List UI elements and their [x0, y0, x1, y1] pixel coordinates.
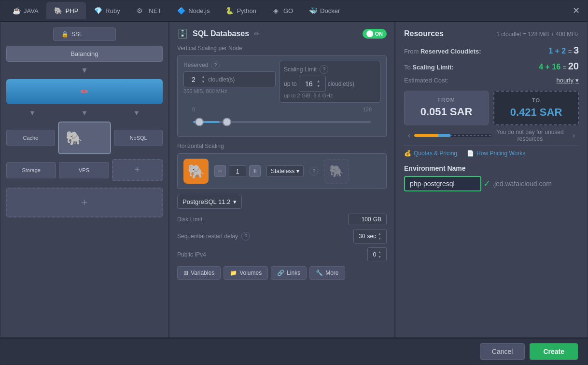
cancel-button[interactable]: Cancel	[480, 343, 525, 360]
postgres-node[interactable]: 🐘	[58, 122, 112, 154]
reserved-help-icon[interactable]: ?	[211, 61, 220, 69]
tab-ruby-label: Ruby	[105, 7, 120, 14]
ssl-button[interactable]: 🔒 SSL	[53, 27, 116, 41]
volumes-button[interactable]: 📁 Volumes	[224, 266, 268, 280]
scaling-limit-stepper[interactable]: ▲ ▼	[317, 79, 321, 88]
resources-subtitle: 1 cloudlet = 128 MiB + 400 MHz	[496, 31, 579, 38]
tab-php[interactable]: 🐘 PHP	[46, 2, 86, 19]
restart-delay-row: Sequential restart delay ? 30 sec ▲ ▼	[177, 229, 387, 243]
variables-label: Variables	[191, 270, 214, 276]
tab-nodejs[interactable]: 🔷 Node.js	[169, 2, 217, 19]
stateless-label: Stateless	[271, 168, 294, 175]
scaling-help-icon[interactable]: ?	[320, 65, 328, 74]
tab-docker[interactable]: 🐳 Docker	[301, 2, 348, 19]
reserved-value: 2	[189, 76, 198, 83]
create-button[interactable]: Create	[530, 343, 578, 360]
counter-plus[interactable]: +	[249, 165, 261, 177]
tab-python[interactable]: 🐍 Python	[217, 2, 264, 19]
env-name-input[interactable]	[404, 176, 481, 191]
tab-ruby[interactable]: 💎 Ruby	[86, 2, 127, 19]
stateless-select[interactable]: Stateless ▾	[266, 165, 304, 177]
blue-node[interactable]	[6, 79, 163, 104]
balancing-button[interactable]: Balancing	[6, 46, 163, 62]
how-pricing-icon: 📄	[467, 150, 474, 157]
tab-bar: ☕ JAVA 🐘 PHP 💎 Ruby ⚙ .NET 🔷 Node.js 🐍 P…	[0, 0, 588, 22]
restart-delay-stepper[interactable]: ▲ ▼	[378, 231, 381, 241]
stateless-help-icon[interactable]: ?	[309, 167, 318, 176]
how-pricing-link[interactable]: 📄 How Pricing Works	[467, 150, 525, 157]
net-icon: ⚙	[136, 6, 144, 15]
pg-version-label: PostgreSQL 11.2	[182, 198, 230, 205]
cost-period-select[interactable]: hourly ▾	[557, 77, 579, 84]
links-button[interactable]: 🔗 Links	[271, 266, 307, 280]
horizontal-scaling-box: 🐘 − 1 + Stateless ▾ ? 🐘	[177, 153, 387, 189]
reserved-stepper[interactable]: ▲ ▼	[201, 75, 205, 84]
tab-net[interactable]: ⚙ .NET	[128, 2, 169, 19]
public-ipv4-row: Public IPv4 0 ▲ ▼	[177, 247, 387, 262]
left-panel: 🔒 SSL Balancing ▼ ▼ ▼ ▼ Cache	[0, 22, 169, 338]
slider-max: 128	[363, 107, 372, 112]
env-name-label: Environment Name	[404, 164, 579, 172]
reserved-field: 2 ▲ ▼ cloudlet(s)	[183, 71, 276, 87]
tab-docker-label: Docker	[320, 7, 340, 14]
add-node-button[interactable]: +	[112, 159, 163, 181]
tab-java[interactable]: ☕ JAVA	[4, 2, 46, 19]
storage-button[interactable]: Storage	[6, 162, 56, 178]
nosql-button[interactable]: NoSQL	[114, 130, 163, 146]
pencil-icon	[81, 86, 89, 97]
balancing-label: Balancing	[70, 50, 98, 57]
go-icon: ◈	[272, 6, 280, 15]
reserved-unit: cloudlet(s)	[208, 76, 235, 83]
env-name-section: Environment Name ✓ .jed.wafaicloud.com	[404, 164, 579, 191]
counter-box: − 1 +	[214, 165, 261, 177]
counter-value: 1	[229, 165, 246, 177]
cost-boxes: FROM 0.051 SAR TO 0.421 SAR	[404, 91, 579, 125]
slider-thumb-right[interactable]	[223, 118, 231, 126]
docker-icon: 🐳	[308, 6, 317, 15]
from-cost-box: FROM 0.051 SAR	[404, 91, 489, 125]
disk-limit-unit: GB	[373, 216, 381, 223]
price-range-arrow-right[interactable]: ›	[569, 131, 579, 140]
restart-delay-number: 30	[359, 233, 365, 240]
variables-button[interactable]: ⊞ Variables	[177, 266, 221, 280]
slider-thumb-left[interactable]	[195, 118, 204, 126]
more-button[interactable]: 🔧 More	[309, 266, 345, 280]
pg-version-select[interactable]: PostgreSQL 11.2 ▾	[177, 195, 242, 209]
scaling-box: Reserved ? 2 ▲ ▼ cloudlet(s) 256 MiB, 80…	[177, 55, 387, 137]
scaling-limit-resource-label: To Scaling Limit:	[404, 64, 539, 71]
cache-label: Cache	[23, 135, 38, 141]
scaling-limit-info: up to 2 GiB, 6.4 GHz	[284, 93, 376, 98]
public-ipv4-stepper[interactable]: ▲ ▼	[378, 250, 381, 259]
quotas-pricing-link[interactable]: 💰 Quotas & Pricing	[404, 150, 457, 157]
arrow3: ▼	[133, 109, 140, 117]
close-button[interactable]: ✕	[569, 3, 584, 18]
node-row: Cache 🐘 NoSQL	[6, 122, 163, 154]
slider-container	[183, 116, 380, 128]
up-to-label: up to	[284, 81, 297, 87]
reserved-cloudlets-label: From Reserved Cloudlets:	[404, 48, 548, 55]
env-check-icon: ✓	[483, 178, 490, 189]
storage-label: Storage	[22, 167, 41, 173]
counter-minus[interactable]: −	[214, 165, 226, 177]
to-cost-value: 0.421 SAR	[501, 106, 571, 119]
price-range-arrow-left[interactable]: ‹	[404, 131, 414, 140]
tab-php-label: PHP	[66, 7, 79, 14]
panel-header: 🗄️ SQL Databases ✏ ON	[177, 28, 387, 39]
cost-period-arrow: ▾	[575, 77, 579, 84]
cache-button[interactable]: Cache	[6, 130, 55, 146]
disk-limit-value: 100 GB	[348, 214, 387, 225]
add-layer-button[interactable]: +	[6, 188, 163, 217]
tab-go[interactable]: ◈ GO	[264, 2, 301, 19]
toggle-switch[interactable]: ON	[363, 29, 387, 39]
sql-icon: 🗄️	[177, 28, 188, 39]
slider-track	[193, 121, 371, 123]
more-label: More	[325, 270, 338, 276]
restart-delay-help[interactable]: ?	[241, 232, 250, 241]
vps-button[interactable]: VPS	[59, 162, 109, 178]
content-area: 🔒 SSL Balancing ▼ ▼ ▼ ▼ Cache	[0, 22, 588, 338]
toggle-on[interactable]: ON	[363, 29, 387, 39]
tab-java-label: JAVA	[24, 7, 39, 14]
to-cost-label: TO	[501, 97, 571, 103]
scaling-result: 20	[568, 61, 579, 71]
edit-icon[interactable]: ✏	[254, 30, 260, 38]
